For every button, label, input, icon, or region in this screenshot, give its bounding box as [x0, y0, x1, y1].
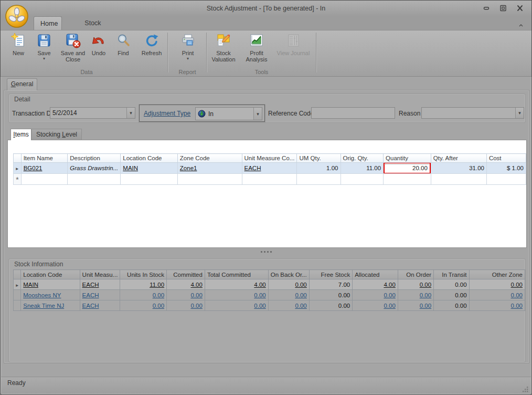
column-header[interactable] — [14, 270, 21, 279]
grid-cell[interactable]: 0.00 — [469, 279, 525, 290]
dropdown-arrow-icon[interactable]: ▾ — [515, 108, 524, 118]
undo-button[interactable]: Undo — [89, 32, 109, 56]
save-and-close-button[interactable]: Save and Close — [57, 32, 89, 63]
grid-cell[interactable]: 0.00 — [268, 279, 309, 290]
grid-cell[interactable]: 0.00 — [205, 300, 268, 311]
stock-valuation-button[interactable]: Stock Valuation — [208, 32, 239, 63]
column-header[interactable]: Other Zone — [469, 270, 525, 279]
tab-general[interactable]: General — [7, 78, 37, 90]
resize-grip[interactable] — [523, 385, 528, 391]
grid-cell[interactable]: Zone1 — [177, 163, 242, 174]
app-menu-button[interactable] — [5, 4, 29, 28]
grid-cell[interactable]: 0.00 — [398, 300, 433, 311]
grid-cell[interactable]: 4.00 — [205, 279, 268, 290]
new-button[interactable]: New — [8, 32, 28, 56]
grid-cell[interactable]: 0.00 — [434, 290, 469, 300]
grid-cell[interactable]: 31.00 — [431, 163, 486, 174]
grid-cell[interactable]: 0.00 — [205, 290, 268, 300]
column-header[interactable]: Location Code — [121, 154, 178, 163]
column-header[interactable]: On Order — [398, 270, 433, 279]
maximize-button[interactable] — [499, 4, 507, 12]
grid-cell[interactable]: BG021 — [21, 163, 68, 174]
column-header[interactable]: Free Stock — [309, 270, 352, 279]
column-header[interactable]: On Back Or... — [268, 270, 309, 279]
column-header[interactable] — [14, 154, 22, 163]
grid-cell[interactable]: EACH — [80, 290, 120, 300]
adjustment-type-field[interactable]: In ▾ — [195, 107, 262, 120]
grid-cell[interactable] — [177, 174, 242, 185]
column-header[interactable]: Unit Measure Co... — [242, 154, 297, 163]
grid-cell[interactable]: 0.00 — [434, 300, 469, 311]
print-button[interactable]: Print ▾ — [176, 32, 199, 61]
dropdown-arrow-icon[interactable]: ▾ — [253, 108, 262, 120]
column-header[interactable]: UM Qty. — [297, 154, 341, 163]
grid-cell[interactable]: 0.00 — [353, 290, 398, 300]
grid-cell[interactable]: 0.00 — [120, 290, 167, 300]
grid-cell[interactable]: 0.00 — [398, 290, 433, 300]
grid-cell[interactable]: 0.00 — [353, 300, 398, 311]
adjustment-type-link[interactable]: Adjustment Type — [144, 110, 190, 117]
grid-cell[interactable]: 0.00 — [434, 279, 469, 290]
grid-cell[interactable]: Mooshoes NY — [21, 290, 80, 300]
grid-cell[interactable]: EACH — [80, 279, 120, 290]
tab-stocking-level[interactable]: Stocking Level — [31, 129, 82, 140]
column-header[interactable]: Zone Code — [177, 154, 242, 163]
grid-cell[interactable]: 0.00 — [309, 300, 352, 311]
grid-cell[interactable]: $ 1.00 — [486, 163, 526, 174]
view-journal-button[interactable]: View Journal — [273, 32, 314, 56]
column-header[interactable]: Description — [68, 154, 121, 163]
grid-cell[interactable] — [486, 174, 526, 185]
grid-cell[interactable]: 0.00 — [268, 290, 309, 300]
reference-code-input[interactable] — [311, 107, 395, 119]
profit-analysis-button[interactable]: Profit Analysis — [242, 32, 271, 63]
collapse-ribbon-button[interactable] — [518, 20, 524, 26]
grid-cell[interactable] — [297, 174, 341, 185]
grid-cell[interactable]: EACH — [80, 300, 120, 311]
title-bar[interactable]: Stock Adjustment - [To be generated] - I… — [1, 1, 531, 16]
grid-cell[interactable]: 7.00 — [309, 279, 352, 290]
grid-cell[interactable]: 1.00 — [297, 163, 341, 174]
minimize-button[interactable] — [482, 4, 491, 12]
grid-cell[interactable]: 11.00 — [341, 163, 384, 174]
grid-cell[interactable] — [121, 174, 178, 185]
grid-cell[interactable]: MAIN — [21, 279, 80, 290]
reason-field[interactable]: ▾ — [421, 107, 524, 119]
grid-cell[interactable]: 0.00 — [309, 290, 352, 300]
tab-stock-information[interactable]: Stock Information — [62, 16, 124, 30]
save-button[interactable]: Save ▾ — [34, 32, 55, 61]
grid-cell[interactable]: 0.00 — [167, 300, 205, 311]
dropdown-arrow-icon[interactable]: ▾ — [126, 108, 135, 118]
column-header[interactable]: Cost — [486, 154, 526, 163]
grid-cell[interactable]: MAIN — [121, 163, 178, 174]
column-header[interactable]: Orig. Qty. — [341, 154, 384, 163]
column-header[interactable]: Committed — [167, 270, 205, 279]
column-header[interactable]: In Transit — [434, 270, 469, 279]
column-header[interactable]: Qty. After — [431, 154, 486, 163]
grid-cell[interactable]: 0.00 — [469, 300, 525, 311]
grid-cell[interactable]: 11.00 — [120, 279, 167, 290]
grid-cell[interactable]: 20.00 — [384, 163, 431, 174]
column-header[interactable]: Allocated — [353, 270, 398, 279]
tab-home[interactable]: Home — [34, 16, 62, 30]
column-header[interactable]: Unit Measu... — [80, 270, 120, 279]
grid-cell[interactable]: Sneak Time NJ — [21, 300, 80, 311]
grid-cell[interactable]: 0.00 — [398, 279, 433, 290]
find-button[interactable]: Find — [113, 32, 133, 56]
transaction-date-field[interactable]: 5/2/2014 ▾ — [50, 107, 135, 119]
grid-cell[interactable]: 0.00 — [268, 300, 309, 311]
grid-cell[interactable] — [242, 174, 297, 185]
grid-cell[interactable] — [68, 174, 121, 185]
column-header[interactable]: Quantity — [384, 154, 431, 163]
tab-items[interactable]: Items — [10, 129, 31, 140]
grid-cell[interactable] — [341, 174, 384, 185]
grid-cell[interactable] — [431, 174, 486, 185]
close-button[interactable] — [516, 4, 524, 12]
column-header[interactable]: Item Name — [21, 154, 68, 163]
grid-cell[interactable]: 0.00 — [120, 300, 167, 311]
grid-cell[interactable] — [384, 174, 431, 185]
grid-cell[interactable]: 4.00 — [353, 279, 398, 290]
grid-cell[interactable] — [21, 174, 68, 185]
column-header[interactable]: Total Committed — [205, 270, 268, 279]
splitter-handle[interactable] — [261, 251, 272, 253]
grid-cell[interactable]: 0.00 — [469, 290, 525, 300]
